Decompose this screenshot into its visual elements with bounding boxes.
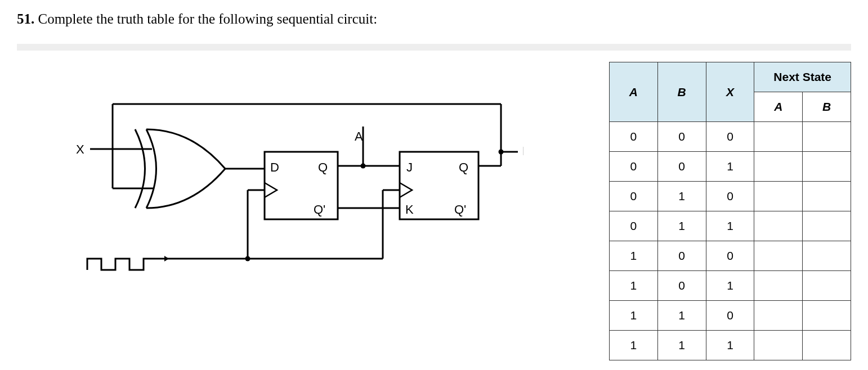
table-row: 1 0 1 <box>610 271 851 301</box>
question-number: 51. <box>17 11 34 26</box>
col-head-b: B <box>657 62 706 122</box>
cell-a: 1 <box>610 271 658 301</box>
cell-a: 0 <box>610 152 658 182</box>
jkff-qn-label: Q' <box>454 202 466 216</box>
table-row: 0 0 1 <box>610 152 851 182</box>
table-row: 0 0 0 <box>610 122 851 152</box>
cell-b: 1 <box>657 301 706 331</box>
table-row: 1 1 1 <box>610 331 851 360</box>
question-text: 51. Complete the truth table for the fol… <box>17 11 851 27</box>
cell-next-a <box>754 241 803 271</box>
table-row: 1 0 0 <box>610 241 851 271</box>
content-row: X D Q Q' A <box>17 44 851 360</box>
cell-x: 1 <box>706 152 754 182</box>
truth-table: A B X Next State A B 0 0 0 <box>609 62 851 360</box>
cell-b: 0 <box>657 152 706 182</box>
cell-a: 0 <box>610 211 658 241</box>
cell-b: 0 <box>657 241 706 271</box>
cell-a: 1 <box>610 331 658 360</box>
circuit-svg: X D Q Q' A <box>56 96 524 287</box>
cell-next-a <box>754 211 803 241</box>
jkff-j-label: J <box>406 160 413 174</box>
jkff-q-label: Q <box>459 160 468 174</box>
cell-next-b <box>803 301 851 331</box>
cell-next-b <box>803 211 851 241</box>
cell-b: 1 <box>657 211 706 241</box>
dff-clock-icon <box>265 183 277 197</box>
cell-next-a <box>754 182 803 211</box>
dff-q-label: Q <box>318 160 328 174</box>
circuit-diagram: X D Q Q' A <box>17 62 587 290</box>
cell-next-b <box>803 241 851 271</box>
cell-next-b <box>803 152 851 182</box>
col-head-a: A <box>610 62 658 122</box>
cell-next-b <box>803 122 851 152</box>
cell-next-a <box>754 152 803 182</box>
table-row: 1 1 0 <box>610 301 851 331</box>
jkff-k-label: K <box>405 202 414 216</box>
col-head-next-state: Next State <box>754 62 851 92</box>
cell-a: 0 <box>610 182 658 211</box>
cell-x: 1 <box>706 271 754 301</box>
table-row: 0 1 0 <box>610 182 851 211</box>
cell-next-b <box>803 331 851 360</box>
cell-next-a <box>754 331 803 360</box>
cell-next-a <box>754 301 803 331</box>
dff-d-label: D <box>270 160 279 174</box>
cell-b: 1 <box>657 182 706 211</box>
cell-next-a <box>754 271 803 301</box>
col-head-next-b: B <box>803 92 851 122</box>
output-a-label: A <box>355 129 363 143</box>
cell-b: 1 <box>657 331 706 360</box>
cell-x: 0 <box>706 301 754 331</box>
question-body: Complete the truth table for the followi… <box>38 11 378 26</box>
input-x-label: X <box>76 142 84 156</box>
cell-x: 0 <box>706 122 754 152</box>
truth-table-area: A B X Next State A B 0 0 0 <box>609 62 851 360</box>
col-head-next-a: A <box>754 92 803 122</box>
truth-table-body: 0 0 0 0 0 1 0 1 0 <box>610 122 851 360</box>
cell-x: 0 <box>706 241 754 271</box>
xor-gate-icon <box>135 129 225 208</box>
jkff-clock-icon <box>400 183 412 197</box>
clock-waveform-icon <box>87 259 155 270</box>
cell-next-a <box>754 122 803 152</box>
clock-arrowhead-icon <box>164 256 169 261</box>
cell-next-b <box>803 271 851 301</box>
cell-x: 1 <box>706 211 754 241</box>
cell-b: 0 <box>657 122 706 152</box>
cell-x: 1 <box>706 331 754 360</box>
cell-x: 0 <box>706 182 754 211</box>
output-b-label: B <box>522 144 524 158</box>
cell-a: 1 <box>610 241 658 271</box>
table-row: 0 1 1 <box>610 211 851 241</box>
node-b <box>499 150 504 155</box>
cell-next-b <box>803 182 851 211</box>
cell-b: 0 <box>657 271 706 301</box>
col-head-x: X <box>706 62 754 122</box>
dff-qn-label: Q' <box>314 202 325 216</box>
cell-a: 1 <box>610 301 658 331</box>
cell-a: 0 <box>610 122 658 152</box>
